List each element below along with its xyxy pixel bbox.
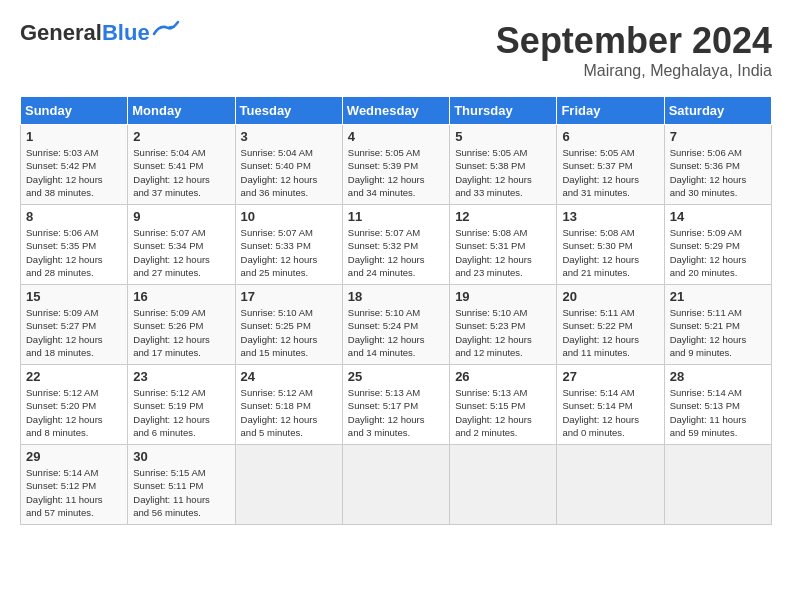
day-info: Sunrise: 5:12 AM Sunset: 5:19 PM Dayligh… [133, 386, 229, 439]
table-row: 25 Sunrise: 5:13 AM Sunset: 5:17 PM Dayl… [342, 365, 449, 445]
day-info: Sunrise: 5:06 AM Sunset: 5:35 PM Dayligh… [26, 226, 122, 279]
day-number: 21 [670, 289, 766, 304]
day-info: Sunrise: 5:12 AM Sunset: 5:20 PM Dayligh… [26, 386, 122, 439]
day-number: 6 [562, 129, 658, 144]
table-row: 4 Sunrise: 5:05 AM Sunset: 5:39 PM Dayli… [342, 125, 449, 205]
table-row: 10 Sunrise: 5:07 AM Sunset: 5:33 PM Dayl… [235, 205, 342, 285]
table-row [450, 445, 557, 525]
location-subtitle: Mairang, Meghalaya, India [496, 62, 772, 80]
logo-bird-icon [152, 20, 180, 38]
table-row: 15 Sunrise: 5:09 AM Sunset: 5:27 PM Dayl… [21, 285, 128, 365]
table-row: 29 Sunrise: 5:14 AM Sunset: 5:12 PM Dayl… [21, 445, 128, 525]
table-row: 14 Sunrise: 5:09 AM Sunset: 5:29 PM Dayl… [664, 205, 771, 285]
table-row: 22 Sunrise: 5:12 AM Sunset: 5:20 PM Dayl… [21, 365, 128, 445]
day-number: 4 [348, 129, 444, 144]
table-row: 18 Sunrise: 5:10 AM Sunset: 5:24 PM Dayl… [342, 285, 449, 365]
table-row: 9 Sunrise: 5:07 AM Sunset: 5:34 PM Dayli… [128, 205, 235, 285]
day-number: 19 [455, 289, 551, 304]
table-row: 19 Sunrise: 5:10 AM Sunset: 5:23 PM Dayl… [450, 285, 557, 365]
table-row: 1 Sunrise: 5:03 AM Sunset: 5:42 PM Dayli… [21, 125, 128, 205]
day-info: Sunrise: 5:08 AM Sunset: 5:31 PM Dayligh… [455, 226, 551, 279]
table-row: 12 Sunrise: 5:08 AM Sunset: 5:31 PM Dayl… [450, 205, 557, 285]
col-thursday: Thursday [450, 97, 557, 125]
logo-general: General [20, 20, 102, 45]
calendar-week-row: 15 Sunrise: 5:09 AM Sunset: 5:27 PM Dayl… [21, 285, 772, 365]
table-row: 20 Sunrise: 5:11 AM Sunset: 5:22 PM Dayl… [557, 285, 664, 365]
day-info: Sunrise: 5:04 AM Sunset: 5:41 PM Dayligh… [133, 146, 229, 199]
day-info: Sunrise: 5:07 AM Sunset: 5:34 PM Dayligh… [133, 226, 229, 279]
day-number: 16 [133, 289, 229, 304]
day-number: 13 [562, 209, 658, 224]
table-row: 16 Sunrise: 5:09 AM Sunset: 5:26 PM Dayl… [128, 285, 235, 365]
day-number: 5 [455, 129, 551, 144]
table-row [664, 445, 771, 525]
day-number: 22 [26, 369, 122, 384]
day-info: Sunrise: 5:13 AM Sunset: 5:15 PM Dayligh… [455, 386, 551, 439]
table-row: 21 Sunrise: 5:11 AM Sunset: 5:21 PM Dayl… [664, 285, 771, 365]
logo-blue-text: Blue [102, 20, 150, 45]
day-number: 11 [348, 209, 444, 224]
day-number: 24 [241, 369, 337, 384]
day-info: Sunrise: 5:10 AM Sunset: 5:24 PM Dayligh… [348, 306, 444, 359]
day-info: Sunrise: 5:05 AM Sunset: 5:38 PM Dayligh… [455, 146, 551, 199]
day-info: Sunrise: 5:07 AM Sunset: 5:33 PM Dayligh… [241, 226, 337, 279]
day-info: Sunrise: 5:14 AM Sunset: 5:13 PM Dayligh… [670, 386, 766, 439]
table-row: 11 Sunrise: 5:07 AM Sunset: 5:32 PM Dayl… [342, 205, 449, 285]
table-row: 28 Sunrise: 5:14 AM Sunset: 5:13 PM Dayl… [664, 365, 771, 445]
table-row: 24 Sunrise: 5:12 AM Sunset: 5:18 PM Dayl… [235, 365, 342, 445]
day-number: 1 [26, 129, 122, 144]
day-info: Sunrise: 5:07 AM Sunset: 5:32 PM Dayligh… [348, 226, 444, 279]
day-info: Sunrise: 5:11 AM Sunset: 5:22 PM Dayligh… [562, 306, 658, 359]
calendar-week-row: 22 Sunrise: 5:12 AM Sunset: 5:20 PM Dayl… [21, 365, 772, 445]
day-number: 29 [26, 449, 122, 464]
day-info: Sunrise: 5:08 AM Sunset: 5:30 PM Dayligh… [562, 226, 658, 279]
day-info: Sunrise: 5:12 AM Sunset: 5:18 PM Dayligh… [241, 386, 337, 439]
day-info: Sunrise: 5:05 AM Sunset: 5:37 PM Dayligh… [562, 146, 658, 199]
logo: GeneralBlue [20, 20, 180, 46]
table-row: 3 Sunrise: 5:04 AM Sunset: 5:40 PM Dayli… [235, 125, 342, 205]
col-friday: Friday [557, 97, 664, 125]
day-number: 12 [455, 209, 551, 224]
day-number: 27 [562, 369, 658, 384]
table-row: 8 Sunrise: 5:06 AM Sunset: 5:35 PM Dayli… [21, 205, 128, 285]
table-row: 5 Sunrise: 5:05 AM Sunset: 5:38 PM Dayli… [450, 125, 557, 205]
table-row: 30 Sunrise: 5:15 AM Sunset: 5:11 PM Dayl… [128, 445, 235, 525]
day-number: 23 [133, 369, 229, 384]
day-number: 9 [133, 209, 229, 224]
day-info: Sunrise: 5:06 AM Sunset: 5:36 PM Dayligh… [670, 146, 766, 199]
day-info: Sunrise: 5:14 AM Sunset: 5:12 PM Dayligh… [26, 466, 122, 519]
page-header: GeneralBlue September 2024 Mairang, Megh… [20, 20, 772, 80]
day-info: Sunrise: 5:09 AM Sunset: 5:26 PM Dayligh… [133, 306, 229, 359]
day-info: Sunrise: 5:13 AM Sunset: 5:17 PM Dayligh… [348, 386, 444, 439]
day-number: 7 [670, 129, 766, 144]
day-info: Sunrise: 5:04 AM Sunset: 5:40 PM Dayligh… [241, 146, 337, 199]
calendar-table: Sunday Monday Tuesday Wednesday Thursday… [20, 96, 772, 525]
day-number: 3 [241, 129, 337, 144]
day-number: 30 [133, 449, 229, 464]
day-number: 2 [133, 129, 229, 144]
day-number: 14 [670, 209, 766, 224]
table-row: 6 Sunrise: 5:05 AM Sunset: 5:37 PM Dayli… [557, 125, 664, 205]
table-row: 17 Sunrise: 5:10 AM Sunset: 5:25 PM Dayl… [235, 285, 342, 365]
col-tuesday: Tuesday [235, 97, 342, 125]
day-info: Sunrise: 5:09 AM Sunset: 5:29 PM Dayligh… [670, 226, 766, 279]
table-row: 26 Sunrise: 5:13 AM Sunset: 5:15 PM Dayl… [450, 365, 557, 445]
day-info: Sunrise: 5:05 AM Sunset: 5:39 PM Dayligh… [348, 146, 444, 199]
col-saturday: Saturday [664, 97, 771, 125]
day-info: Sunrise: 5:10 AM Sunset: 5:23 PM Dayligh… [455, 306, 551, 359]
table-row: 7 Sunrise: 5:06 AM Sunset: 5:36 PM Dayli… [664, 125, 771, 205]
day-info: Sunrise: 5:09 AM Sunset: 5:27 PM Dayligh… [26, 306, 122, 359]
table-row [342, 445, 449, 525]
col-sunday: Sunday [21, 97, 128, 125]
day-number: 18 [348, 289, 444, 304]
day-number: 10 [241, 209, 337, 224]
col-wednesday: Wednesday [342, 97, 449, 125]
table-row: 2 Sunrise: 5:04 AM Sunset: 5:41 PM Dayli… [128, 125, 235, 205]
calendar-header-row: Sunday Monday Tuesday Wednesday Thursday… [21, 97, 772, 125]
day-number: 20 [562, 289, 658, 304]
day-number: 17 [241, 289, 337, 304]
day-number: 26 [455, 369, 551, 384]
title-area: September 2024 Mairang, Meghalaya, India [496, 20, 772, 80]
day-info: Sunrise: 5:11 AM Sunset: 5:21 PM Dayligh… [670, 306, 766, 359]
day-info: Sunrise: 5:14 AM Sunset: 5:14 PM Dayligh… [562, 386, 658, 439]
